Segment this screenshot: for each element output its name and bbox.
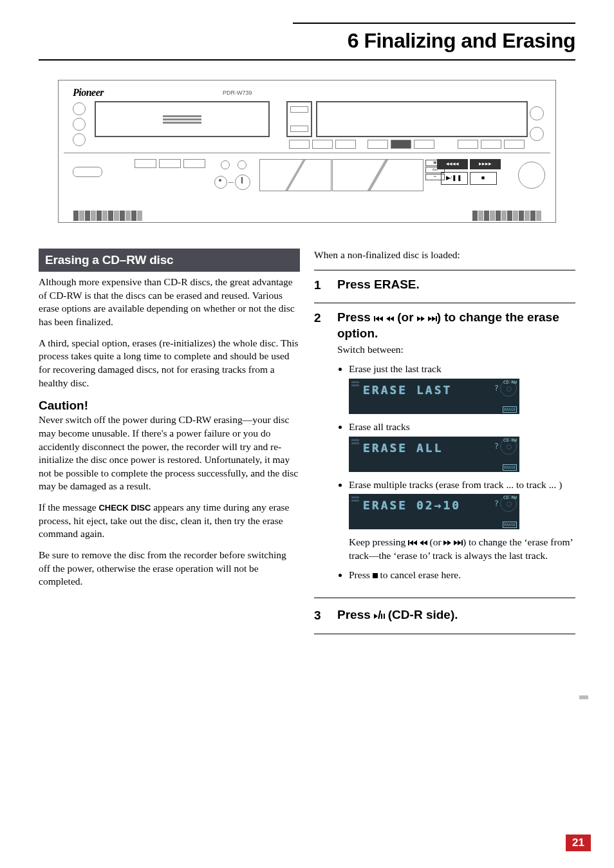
content-columns: Erasing a CD–RW disc Although more expen… (39, 249, 575, 634)
text-part: Press (337, 310, 374, 324)
step-number: 3 (314, 607, 326, 625)
button-row-icon (135, 159, 205, 168)
model-label: PDR-W739 (223, 90, 252, 96)
divider (64, 153, 550, 153)
step-number: 1 (314, 277, 326, 294)
text-part: (or (427, 536, 444, 547)
right-column: When a non-finalized disc is loaded: 1 P… (314, 249, 575, 634)
text-part: Press (337, 608, 374, 621)
caution-block: Caution! (39, 397, 300, 413)
lcd-erase-range: ERASE 02→10 ? CD-RW ERASE (349, 494, 519, 529)
text-part: (or (394, 310, 417, 324)
progress-bar-icon (353, 518, 516, 527)
knob-pair-icon (214, 175, 250, 190)
prev-track-icon (408, 536, 427, 547)
device-illustration: Pioneer PDR-W739 ▣disc━ ◂◂◂◂ ▸▸ (58, 80, 556, 223)
lcd-text: ERASE 02→10 (363, 498, 461, 513)
play-pause-icon: / (374, 608, 384, 621)
caution-heading: Caution! (39, 397, 300, 413)
lower-panel: ▣disc━ ◂◂◂◂ ▸▸▸▸ ▶/❚❚ ■ (59, 156, 555, 202)
step-number: 2 (314, 310, 326, 589)
lcd-erase-all: ERASE ALL ? CD-RW ERASE (349, 437, 519, 472)
step-2: 2 Press (or ) to change the erase option… (314, 303, 575, 598)
option-label: Erase all tracks (349, 421, 410, 432)
lcd-erase-last: ERASE LAST ? CD-RW ERASE (349, 379, 519, 414)
question-mark-icon: ? (494, 384, 499, 394)
step-title: Press (or ) to change the erase option. (337, 310, 575, 341)
cdrw-badge: CD-RW (503, 380, 517, 386)
button-row-icon (289, 140, 356, 149)
list-item: Press to cancel erase here. (349, 569, 575, 582)
body-text: Never switch off the power during CD-RW … (39, 413, 300, 493)
progress-bar-icon (353, 460, 516, 469)
body-text: Although more expensive than CD-R discs,… (39, 276, 300, 328)
cd-tray-right (316, 101, 528, 137)
power-button-icon (73, 102, 86, 115)
chapter-name: Finalizing and Erasing (364, 29, 575, 52)
step-1: 1 Press ERASE. (314, 270, 575, 303)
page-number: 21 (566, 835, 591, 851)
play-pause-button-icon: ▶/❚❚ (441, 172, 468, 185)
chapter-title: 6 Finalizing and Erasing (39, 29, 575, 53)
text-part: to cancel erase here. (378, 569, 461, 580)
text-part: Press (349, 569, 373, 580)
eject-button-icon (530, 106, 544, 120)
chapter-number: 6 (348, 29, 358, 52)
option-label: Erase just the last track (349, 363, 442, 374)
text-part: Keep pressing (349, 536, 408, 547)
step-3: 3 Press / (CD-R side). (314, 598, 575, 634)
cdrw-badge: CD-RW (503, 438, 517, 444)
body-text: Be sure to remove the disc from the reco… (39, 549, 300, 589)
cdrw-badge: CD-RW (503, 495, 517, 501)
chapter-rule (39, 59, 575, 61)
list-item: Erase all tracks ERASE ALL ? CD-RW ERASE (349, 420, 575, 472)
lcd-text: ERASE LAST (363, 382, 452, 398)
display-icon (332, 159, 423, 191)
text-part: If the message (39, 502, 98, 513)
body-text: If the message CHECK DISC appears any ti… (39, 501, 300, 541)
button-row-icon (367, 140, 434, 149)
body-text: A third, special option, erases (re-init… (39, 337, 300, 390)
tray-slot-icon (286, 101, 312, 137)
indicator-icon (73, 118, 86, 131)
erase-options-list: Erase just the last track ERASE LAST ? C… (337, 363, 575, 582)
text-part: (CD-R side). (385, 608, 458, 621)
step-title: Press ERASE. (337, 277, 575, 293)
cd-tray-left (95, 101, 270, 137)
left-column: Erasing a CD–RW disc Although more expen… (39, 249, 300, 634)
option-note: Keep pressing (or ) to change the ‘erase… (349, 536, 575, 562)
lcd-text: ERASE ALL (363, 440, 443, 456)
top-rule (293, 23, 575, 24)
next-track-icon (443, 536, 462, 547)
prev-button-icon: ◂◂◂◂ (437, 159, 468, 169)
next-button-icon: ▸▸▸▸ (470, 159, 501, 169)
stop-icon (373, 573, 378, 578)
section-heading: Erasing a CD–RW disc (39, 249, 300, 272)
option-label: Erase multiple tracks (erase from track … (349, 479, 562, 490)
jog-dial-icon (518, 162, 545, 189)
indicator-icon (73, 133, 86, 146)
foot-icon (472, 211, 541, 221)
list-item: Erase just the last track ERASE LAST ? C… (349, 363, 575, 414)
stop-button-icon: ■ (470, 172, 497, 185)
next-track-icon (417, 310, 437, 324)
button-row-icon (458, 140, 525, 149)
step-title: Press / (CD-R side). (337, 607, 575, 623)
display-icon (259, 159, 331, 191)
step-subtext: Switch between: (337, 343, 575, 357)
crop-mark-icon (579, 695, 588, 699)
question-mark-icon: ? (494, 442, 499, 452)
foot-icon (73, 211, 142, 221)
eject-button-icon (530, 127, 544, 141)
brand-logo: Pioneer (73, 87, 104, 99)
manual-page: 6 Finalizing and Erasing Pioneer PDR-W73… (0, 0, 614, 868)
check-disc-label: CHECK DISC (98, 503, 151, 513)
question-mark-icon: ? (494, 499, 499, 509)
transport-controls-icon: ◂◂◂◂ ▸▸▸▸ ▶/❚❚ ■ (427, 159, 510, 190)
led-pair-icon (221, 160, 247, 169)
list-item: Erase multiple tracks (erase from track … (349, 478, 575, 563)
headphone-jack-icon (73, 167, 102, 177)
progress-bar-icon (353, 402, 516, 411)
intro-text: When a non-finalized disc is loaded: (314, 249, 575, 262)
prev-track-icon (374, 310, 394, 324)
